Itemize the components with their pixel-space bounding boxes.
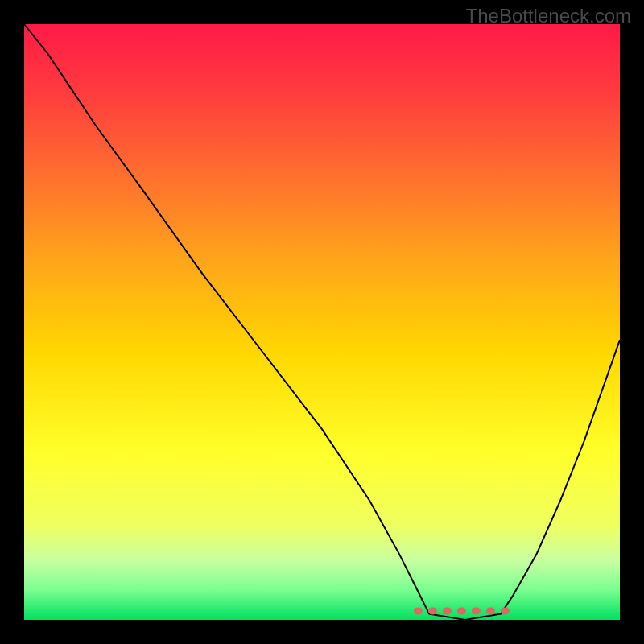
bottleneck-curve [24, 24, 620, 620]
plot-area [24, 24, 620, 620]
chart-svg [24, 24, 620, 620]
watermark-text: TheBottleneck.com [466, 5, 631, 27]
chart-frame: TheBottleneck.com [0, 0, 644, 644]
